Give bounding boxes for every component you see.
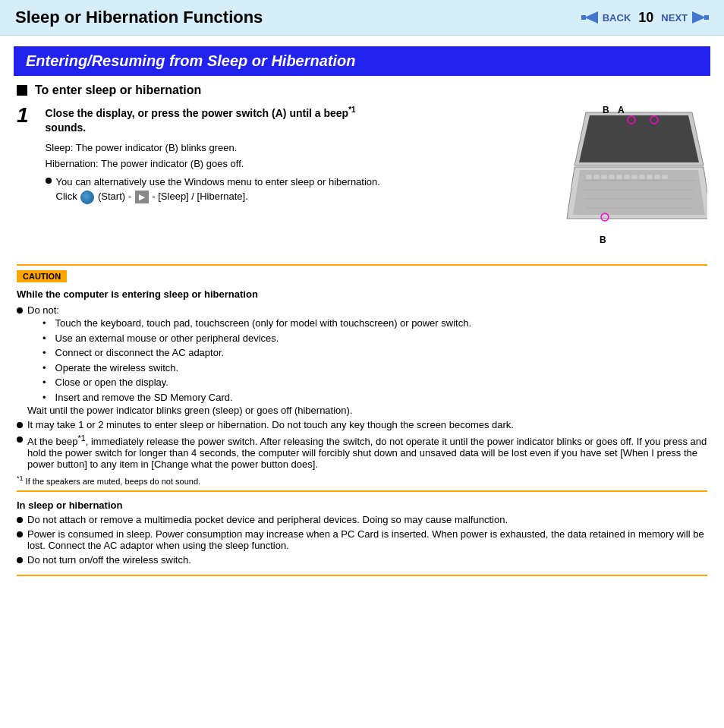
svg-marker-2 <box>692 11 706 24</box>
bullet-dot-icon <box>46 178 52 184</box>
arrow-button-icon: ▶ <box>135 191 149 203</box>
in-sleep-bullet1: Do not attach or remove a multimedia poc… <box>17 514 707 525</box>
caution-bullet2: It may take 1 or 2 minutes to enter slee… <box>17 419 707 430</box>
step1-content: 1 Close the display, or press the power … <box>17 105 548 257</box>
in-sleep-heading: In sleep or hibernation <box>17 500 707 511</box>
caution-section: CAUTION While the computer is entering s… <box>17 264 707 492</box>
windows-icon <box>80 191 94 204</box>
caution-sub-item-3: Connect or disconnect the AC adaptor. <box>42 345 471 361</box>
caution-label: CAUTION <box>17 270 67 282</box>
caution-bullet-dot-3 <box>17 436 23 443</box>
caution-sub-item-6: Insert and remove the SD Memory Card. <box>42 390 471 405</box>
caution-sub-bullets: Touch the keyboard, touch pad, touchscre… <box>42 316 471 405</box>
step1-body: Sleep: The power indicator (B) blinks gr… <box>46 140 380 204</box>
caution-bullet3: At the beep*1, immediately release the p… <box>17 433 707 470</box>
label-A: A <box>618 105 625 115</box>
laptop-illustration: B A <box>556 97 707 257</box>
section-heading: Entering/Resuming from Sleep or Hibernat… <box>14 46 710 76</box>
in-sleep-bullet2: Power is consumed in sleep. Power consum… <box>17 528 707 551</box>
step1-text: Close the display, or press the power sw… <box>46 105 380 207</box>
in-sleep-bullet3: Do not turn on/off the wireless switch. <box>17 554 707 566</box>
svg-rect-14 <box>601 175 607 179</box>
caution-sub-item-4: Operate the wireless switch. <box>42 361 471 376</box>
svg-rect-18 <box>631 175 637 179</box>
caution-sub-item-5: Close or open the display. <box>42 375 471 390</box>
svg-rect-21 <box>654 175 660 179</box>
bottom-divider <box>17 575 707 576</box>
caution-do-not: Do not: Touch the keyboard, touch pad, t… <box>17 304 707 416</box>
sub-heading: To enter sleep or hibernation <box>17 84 707 97</box>
svg-rect-20 <box>647 175 653 179</box>
caution-heading: While the computer is entering sleep or … <box>17 288 707 300</box>
in-sleep-dot-3 <box>17 557 23 563</box>
in-sleep-section: In sleep or hibernation Do not attach or… <box>17 500 707 566</box>
in-sleep-dot-2 <box>17 531 23 537</box>
next-label[interactable]: NEXT <box>661 12 688 24</box>
step-number: 1 <box>17 105 29 126</box>
body-line1: Sleep: The power indicator (B) blinks gr… <box>46 140 380 156</box>
nav-controls: BACK 10 NEXT <box>581 9 709 26</box>
step1-bullet: You can alternatively use the Windows me… <box>46 175 380 204</box>
caution-sub-item-2: Use an external mouse or other periphera… <box>42 331 471 346</box>
svg-marker-0 <box>584 11 598 24</box>
page-number: 10 <box>638 10 653 26</box>
svg-rect-19 <box>639 175 645 179</box>
svg-rect-13 <box>593 175 600 179</box>
caution-wait-text: Wait until the power indicator blinks gr… <box>27 405 471 416</box>
caution-footnote: *1 If the speakers are muted, beeps do n… <box>17 474 707 486</box>
body-line2: Hibernation: The power indicator (B) goe… <box>46 156 380 172</box>
laptop-svg <box>556 97 707 257</box>
svg-rect-17 <box>624 175 630 179</box>
svg-marker-5 <box>579 115 699 162</box>
label-B-top: B <box>603 105 609 115</box>
step1-container: 1 Close the display, or press the power … <box>17 105 707 257</box>
next-arrow[interactable] <box>692 9 709 26</box>
caution-bullet-dot-2 <box>17 422 23 428</box>
sub-heading-text: To enter sleep or hibernation <box>35 84 201 97</box>
in-sleep-dot-1 <box>17 517 23 523</box>
header: Sleep or Hibernation Functions BACK 10 N… <box>0 0 724 36</box>
svg-rect-12 <box>586 175 592 179</box>
svg-rect-3 <box>704 15 709 20</box>
svg-rect-1 <box>581 15 586 20</box>
caution-sub-item-1: Touch the keyboard, touch pad, touchscre… <box>42 316 471 331</box>
svg-rect-16 <box>616 175 622 179</box>
page-title: Sleep or Hibernation Functions <box>15 8 263 27</box>
back-label[interactable]: BACK <box>603 12 631 24</box>
bullet-square-icon <box>17 85 27 96</box>
svg-rect-22 <box>662 175 668 179</box>
caution-bullet-dot-1 <box>17 307 23 314</box>
main-content: To enter sleep or hibernation 1 Close th… <box>0 84 724 591</box>
svg-rect-15 <box>609 175 615 179</box>
back-arrow[interactable] <box>581 9 598 26</box>
label-B-bottom: B <box>600 235 606 245</box>
step1-title: Close the display, or press the power sw… <box>46 105 380 136</box>
